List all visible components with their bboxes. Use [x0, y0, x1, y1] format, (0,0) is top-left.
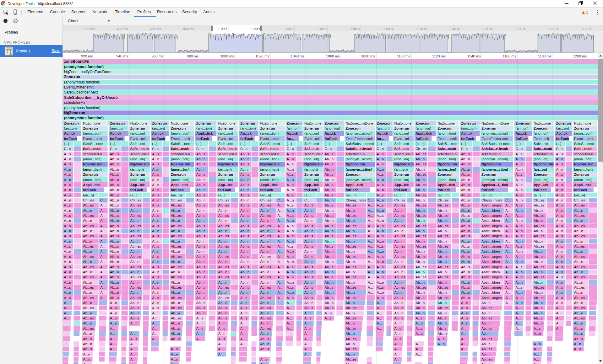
svg-text:A...s: A...s	[64, 224, 71, 228]
svg-text:A...: A...	[505, 270, 511, 274]
svg-text:Ab...n: Ab...n	[83, 281, 92, 284]
svg-text:Ab...s: Ab...s	[110, 152, 119, 156]
svg-text:(anon...tion): (anon...tion)	[171, 178, 189, 182]
svg-text:(an...on): (an...on)	[152, 126, 165, 130]
svg-text:A...n: A...n	[556, 291, 563, 294]
svg-text:Ab...s: Ab...s	[110, 203, 119, 207]
svg-text:Ab...n: Ab...n	[171, 270, 180, 274]
svg-text:A...n: A...n	[83, 362, 90, 364]
svg-text:Zone.run: Zone.run	[130, 126, 145, 130]
svg-text:(ano...on): (ano...on)	[218, 178, 233, 182]
svg-text:(anonym...ction): (anonym...ction)	[481, 168, 508, 171]
svg-text:A...s: A...s	[377, 214, 384, 217]
svg-text:Appli...tick: Appli...tick	[171, 183, 189, 187]
svg-text:Ab...s: Ab...s	[461, 244, 470, 248]
svg-text:A...s: A...s	[152, 193, 159, 197]
svg-text:schedulerFn: schedulerFn	[534, 152, 553, 156]
svg-text:A...n: A...n	[377, 249, 384, 253]
svg-text:600 ms: 600 ms	[150, 27, 161, 31]
svg-text:A...s: A...s	[556, 193, 563, 197]
svg-text:Ab...s: Ab...s	[240, 234, 249, 238]
svg-text:Ab...n: Ab...n	[130, 209, 139, 212]
svg-text:Safe...nsub: Safe...nsub	[534, 147, 552, 151]
svg-text:Ab...n: Ab...n	[574, 281, 583, 284]
svg-text:NgZo...one: NgZo...one	[574, 121, 591, 125]
svg-text:2.00 s: 2.00 s	[383, 27, 393, 31]
svg-text:forEach: forEach	[481, 188, 494, 192]
svg-text:Ab...s: Ab...s	[325, 255, 334, 259]
svg-text:Ab...es: Ab...es	[574, 306, 585, 310]
svg-text:Ab...s: Ab...s	[240, 173, 249, 176]
svg-text:Ab...es: Ab...es	[394, 214, 405, 217]
svg-text:A...: A...	[368, 214, 373, 217]
svg-text:A...n: A...n	[130, 332, 138, 335]
svg-text:A...: A...	[277, 286, 283, 289]
svg-text:A...: A...	[152, 337, 157, 341]
svg-text:A...n: A...n	[516, 157, 523, 161]
svg-text:Ab...n: Ab...n	[481, 311, 491, 315]
svg-text:1060 ms: 1060 ms	[326, 54, 340, 58]
svg-text:A...: A...	[130, 347, 136, 351]
svg-text:(ano...on): (ano...on)	[130, 178, 145, 182]
svg-text:A...n: A...n	[287, 249, 294, 253]
svg-text:Ab...es: Ab...es	[534, 296, 545, 300]
svg-text:Ab...s: Ab...s	[325, 152, 334, 156]
svg-text:Ab...n: Ab...n	[260, 301, 269, 305]
svg-text:1140 ms: 1140 ms	[467, 54, 481, 58]
svg-text:A...s: A...s	[377, 234, 384, 238]
svg-text:schedulerFn: schedulerFn	[218, 152, 237, 156]
svg-text:Ab...n: Ab...n	[260, 209, 269, 212]
svg-text:(ano...on): (ano...on)	[218, 131, 233, 135]
svg-text:Ab...s: Ab...s	[437, 316, 447, 320]
svg-text:Ab...es: Ab...es	[83, 316, 94, 320]
svg-text:A...: A...	[505, 229, 511, 233]
svg-text:(...): (...)	[325, 142, 330, 146]
svg-text:A...s: A...s	[64, 203, 71, 207]
svg-text:Ab...es: Ab...es	[130, 203, 141, 207]
svg-text:(...): (...)	[110, 142, 115, 146]
svg-text:Abstr...anges: Abstr...anges	[481, 286, 502, 289]
svg-text:Ab...n: Ab...n	[394, 281, 404, 284]
svg-text:Ab...s: Ab...s	[110, 234, 119, 238]
svg-text:Ab...n: Ab...n	[534, 281, 543, 284]
svg-text:A...n: A...n	[377, 260, 384, 264]
svg-text:Ab...n: Ab...n	[437, 219, 447, 222]
svg-text:Ab...n: Ab...n	[130, 239, 139, 243]
svg-text:A...s: A...s	[287, 275, 294, 279]
svg-text:(ano...ion): (ano...ion)	[416, 126, 431, 130]
svg-text:Ab...n: Ab...n	[394, 270, 404, 274]
svg-text:Ab...n: Ab...n	[534, 209, 543, 212]
svg-text:NgZo...one: NgZo...one	[394, 121, 411, 125]
svg-text:A...: A...	[287, 306, 292, 310]
svg-text:A...s: A...s	[64, 286, 71, 289]
svg-text:A...s: A...s	[83, 357, 90, 361]
svg-text:C...: C...	[277, 198, 283, 202]
svg-text:A...n: A...n	[152, 239, 159, 243]
svg-text:Ab...n: Ab...n	[481, 352, 491, 356]
svg-text:A...n: A...n	[556, 239, 563, 243]
svg-text:Ab...es: Ab...es	[574, 234, 585, 238]
svg-text:A...n: A...n	[304, 321, 312, 325]
svg-text:A...: A...	[505, 301, 511, 305]
svg-text:A...: A...	[277, 214, 283, 217]
svg-text:Ab...s: Ab...s	[240, 152, 249, 156]
svg-text:Ab...n: Ab...n	[110, 178, 119, 182]
svg-text:A...: A...	[277, 209, 283, 212]
svg-text:Zone.run: Zone.run	[83, 173, 98, 176]
svg-text:A...s: A...s	[240, 316, 247, 320]
svg-text:Ab...n: Ab...n	[196, 311, 205, 315]
svg-text:Ab...es: Ab...es	[130, 296, 141, 300]
svg-text:A...: A...	[100, 229, 106, 233]
svg-text:Ab...es: Ab...es	[260, 203, 271, 207]
svg-text:Ab...es: Ab...es	[171, 203, 182, 207]
svg-text:Ab...n: Ab...n	[218, 209, 227, 212]
svg-text:Ch...es: Ch...es	[260, 198, 271, 202]
svg-text:Zone.run: Zone.run	[110, 121, 125, 125]
svg-text:Zone.run: Zone.run	[346, 173, 361, 176]
svg-text:Ab...n: Ab...n	[461, 239, 470, 243]
svg-text:NgZone._notifyOnTurnDone: NgZone._notifyOnTurnDone	[64, 70, 111, 74]
svg-text:(a...): (a...)	[218, 193, 225, 197]
svg-text:Safe...nsub: Safe...nsub	[574, 147, 593, 151]
svg-text:forEach: forEach	[130, 188, 143, 192]
svg-text:Ab...n: Ab...n	[260, 311, 269, 315]
